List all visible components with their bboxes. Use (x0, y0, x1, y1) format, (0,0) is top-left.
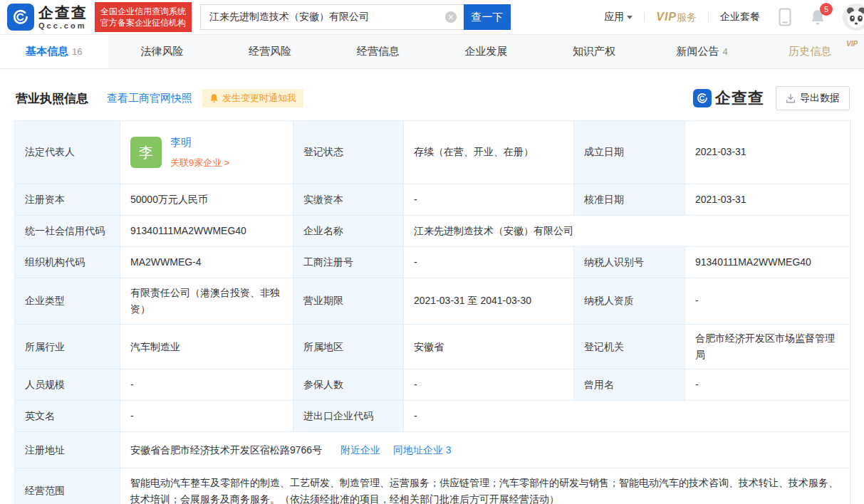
value-business-scope: 智能电动汽车整车及零部件的制造、工艺研发、制造管理、运营服务；供应链管理；汽车零… (120, 468, 850, 504)
menu-divider (708, 12, 709, 22)
value-former-name: - (685, 369, 850, 401)
label-business-term: 营业期限 (293, 278, 404, 325)
label-taxpayer-id: 纳税人识别号 (574, 247, 685, 278)
table-row: 企业类型 有限责任公司（港澳台投资、非独资） 营业期限 2021-03-31 至… (15, 278, 850, 325)
label-english-name: 英文名 (15, 401, 120, 432)
tab-company-development[interactable]: 企业发展 (432, 35, 541, 68)
label-business-registration-no: 工商注册号 (293, 247, 404, 278)
value-registration-authority: 合肥市经济开发区市场监督管理局 (685, 325, 850, 369)
value-staff-size: - (120, 369, 293, 401)
qcc-logo-icon (7, 4, 34, 31)
legal-rep-avatar[interactable]: 李 (130, 137, 162, 168)
menu-vip-services[interactable]: VIP服务 (656, 11, 697, 24)
value-taxpayer-qualification: - (685, 278, 850, 325)
value-taxpayer-id: 91340111MA2WWMEG40 (685, 247, 850, 278)
section-title: 营业执照信息 (16, 90, 88, 107)
label-industry: 所属行业 (15, 325, 120, 369)
label-staff-size: 人员规模 (15, 369, 120, 401)
user-avatar[interactable] (843, 4, 864, 31)
table-row: 统一社会信用代码 91340111MA2WWMEG40 企业名称 江来先进制造技… (15, 216, 850, 247)
download-icon (786, 93, 796, 103)
value-business-term: 2021-03-31 至 2041-03-30 (404, 278, 574, 325)
chevron-down-icon (627, 16, 633, 19)
menu-divider (644, 12, 645, 22)
value-region: 安徽省 (404, 325, 574, 369)
nearby-companies-link[interactable]: 附近企业 (340, 444, 380, 456)
tab-operation-info[interactable]: 经营信息 (324, 35, 432, 68)
bell-icon (209, 93, 219, 103)
table-row: 注册资本 50000万元人民币 实缴资本 - 核准日期 2021-03-31 (15, 184, 850, 216)
qcc-watermark-logo: 企查查 (693, 88, 764, 109)
label-paid-in-capital: 实缴资本 (293, 184, 404, 216)
value-establish-date: 2021-03-31 (685, 121, 850, 184)
notify-on-change-button[interactable]: 发生变更时通知我 (202, 89, 303, 107)
value-registered-capital: 50000万元人民币 (120, 184, 293, 216)
label-taxpayer-qualification: 纳税人资质 (574, 278, 685, 325)
notification-count-badge: 5 (820, 3, 833, 16)
label-legal-representative: 法定代表人 (15, 121, 120, 184)
value-company-name: 江来先进制造技术（安徽）有限公司 (404, 216, 850, 247)
label-registration-status: 登记状态 (293, 121, 404, 184)
table-row: 组织机构代码 MA2WWMEG-4 工商注册号 - 纳税人识别号 9134011… (15, 247, 850, 278)
menu-apps[interactable]: 应用 (604, 11, 633, 23)
value-registration-status: 存续（在营、开业、在册） (404, 121, 574, 184)
search-button[interactable]: 查一下 (464, 4, 511, 30)
gov-certified-badge: 全国企业信用查询系统 官方备案企业征信机构 (95, 2, 192, 32)
table-row: 英文名 - 进出口企业代码 - (15, 401, 850, 432)
label-approval-date: 核准日期 (574, 184, 685, 216)
top-bar: 企查查 Qcc.com 全国企业信用查询系统 官方备案企业征信机构 ✕ 查一下 … (0, 0, 864, 34)
value-organization-code: MA2WWMEG-4 (120, 247, 293, 278)
top-menu: 应用 VIP服务 企业套餐 5 (604, 4, 864, 31)
business-license-table: 法定代表人 李 李明 关联9家企业 > 登记状态 存续（在营、开业、在册） 成立… (14, 120, 850, 504)
label-registration-authority: 登记机关 (574, 325, 685, 369)
gov-snapshot-link[interactable]: 查看工商官网快照 (107, 92, 192, 105)
mobile-app-icon[interactable] (779, 8, 791, 26)
label-organization-code: 组织机构代码 (15, 247, 120, 278)
notifications-bell-icon[interactable]: 5 (810, 9, 826, 26)
qcc-watermark-icon (693, 89, 712, 107)
value-business-registration-no: - (404, 247, 574, 278)
tab-history-info[interactable]: 历史信息 VIP (756, 35, 864, 68)
value-paid-in-capital: - (404, 184, 574, 216)
table-row: 法定代表人 李 李明 关联9家企业 > 登记状态 存续（在营、开业、在册） 成立… (15, 121, 850, 184)
label-business-scope: 经营范围 (15, 468, 120, 504)
same-address-companies-link[interactable]: 同地址企业 3 (393, 444, 452, 456)
tab-operation-risk[interactable]: 经营风险 (216, 35, 324, 68)
value-import-export-code: - (404, 401, 850, 432)
value-legal-representative: 李 李明 关联9家企业 > (120, 121, 293, 184)
search-box: ✕ 查一下 (200, 4, 511, 30)
export-data-button[interactable]: 导出数据 (776, 86, 850, 110)
label-company-name: 企业名称 (293, 216, 404, 247)
tab-intellectual-property[interactable]: 知识产权 (540, 35, 648, 68)
table-row: 人员规模 - 参保人数 - 曾用名 - (15, 369, 850, 401)
table-row: 经营范围 智能电动汽车整车及零部件的制造、工艺研发、制造管理、运营服务；供应链管… (15, 468, 850, 504)
table-row: 所属行业 汽车制造业 所属地区 安徽省 登记机关 合肥市经济开发区市场监督管理局 (15, 325, 850, 369)
brand-name: 企查查 (38, 5, 88, 20)
tab-legal-risk[interactable]: 法律风险 (108, 35, 217, 68)
label-registered-capital: 注册资本 (15, 184, 120, 216)
company-nav-tabs: 基本信息 16 法律风险 经营风险 经营信息 企业发展 知识产权 新闻公告 4 … (0, 34, 864, 69)
label-region: 所属地区 (293, 325, 404, 369)
tab-basic-info[interactable]: 基本信息 16 (0, 35, 108, 68)
value-approval-date: 2021-03-31 (685, 184, 850, 216)
license-section-header: 营业执照信息 查看工商官网快照 发生变更时通知我 企查查 导出数据 (0, 69, 864, 120)
search-input[interactable] (200, 4, 464, 30)
value-industry: 汽车制造业 (120, 325, 293, 369)
value-company-type: 有限责任公司（港澳台投资、非独资） (120, 278, 293, 325)
table-row: 注册地址 安徽省合肥市经济技术开发区宿松路9766号 附近企业 同地址企业 3 (15, 432, 850, 468)
value-english-name: - (120, 401, 293, 432)
tab-news[interactable]: 新闻公告 4 (648, 35, 756, 68)
label-establish-date: 成立日期 (574, 121, 685, 184)
related-companies-link[interactable]: 关联9家企业 > (170, 155, 229, 170)
label-registered-address: 注册地址 (15, 432, 120, 468)
qcc-logo[interactable]: 企查查 Qcc.com (7, 4, 88, 31)
menu-enterprise-package[interactable]: 企业套餐 (720, 11, 760, 23)
clear-search-icon[interactable]: ✕ (445, 11, 457, 23)
label-credit-code: 统一社会信用代码 (15, 216, 120, 247)
value-registered-address: 安徽省合肥市经济技术开发区宿松路9766号 附近企业 同地址企业 3 (120, 432, 850, 468)
label-company-type: 企业类型 (15, 278, 120, 325)
vip-tag: VIP (846, 40, 858, 48)
value-insured-count: - (404, 369, 574, 401)
legal-rep-name-link[interactable]: 李明 (170, 134, 229, 152)
value-credit-code: 91340111MA2WWMEG40 (120, 216, 293, 247)
